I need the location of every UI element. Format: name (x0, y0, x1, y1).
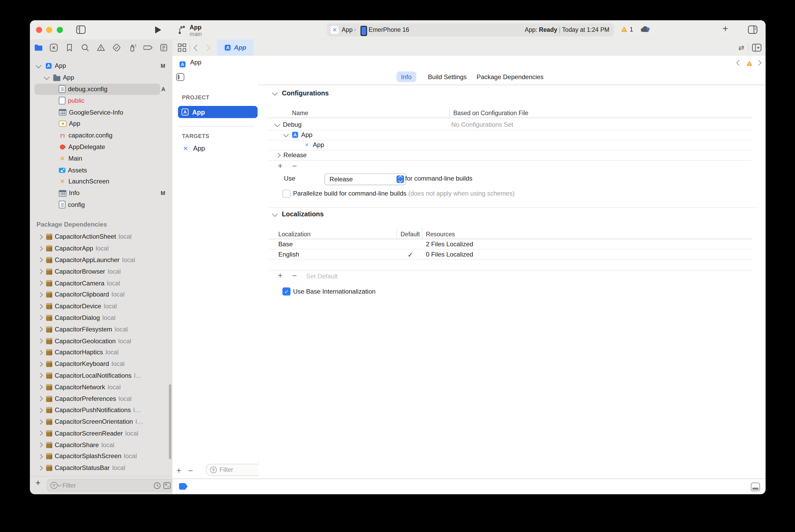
navigator-filter-field[interactable]: Filter (46, 479, 174, 492)
parallelize-checkbox[interactable] (282, 190, 290, 198)
previous-issue-button[interactable] (736, 60, 742, 66)
next-issue-button[interactable] (756, 60, 761, 66)
tab-app[interactable]: App (217, 39, 253, 56)
file-row[interactable]: LaunchScreen (30, 176, 172, 187)
file-row[interactable]: capacitor.config (30, 130, 172, 141)
package-row[interactable]: CapacitorAppLauncher local (30, 254, 172, 266)
add-editor-icon[interactable] (752, 44, 762, 52)
file-row[interactable]: App (30, 72, 172, 83)
tab-build-settings[interactable]: Build Settings (423, 72, 471, 82)
source-control-navigator-icon[interactable] (49, 43, 58, 52)
debug-navigator-icon[interactable] (128, 43, 137, 52)
find-navigator-icon[interactable] (81, 43, 90, 52)
project-filter-field[interactable]: Filter (206, 464, 263, 476)
package-row[interactable]: CapacitorDevice local (30, 300, 172, 312)
disclosure-icon[interactable] (38, 350, 43, 355)
warning-count[interactable]: 1 (630, 26, 633, 33)
recent-filter-icon[interactable] (153, 482, 160, 489)
package-row[interactable]: CapacitorCamera local (30, 277, 172, 289)
go-back-button[interactable] (194, 45, 200, 51)
disclosure-icon[interactable] (283, 131, 289, 137)
scheme-selector[interactable]: App (342, 26, 353, 33)
disclosure-icon[interactable] (38, 419, 43, 424)
package-row[interactable]: CapacitorPushNotifications l… (30, 404, 172, 416)
remove-configuration-button[interactable]: − (292, 162, 297, 171)
breakpoints-toggle-icon[interactable] (179, 483, 188, 490)
package-row[interactable]: CapacitorStatusBar local (30, 462, 172, 474)
disclosure-icon[interactable] (275, 121, 280, 127)
package-row[interactable]: CapacitorKeyboard local (30, 358, 172, 370)
test-navigator-icon[interactable] (112, 43, 121, 52)
warning-icon[interactable]: ! (621, 25, 627, 34)
add-localization-button[interactable]: + (278, 271, 283, 281)
jumpbar-item[interactable]: App (190, 59, 201, 66)
flagged-filter-icon[interactable] (163, 482, 171, 489)
disclosure-icon[interactable] (38, 396, 43, 401)
package-row[interactable]: CapacitorSplashScreen local (30, 451, 172, 462)
disclosure-icon[interactable] (38, 234, 43, 240)
new-tab-button[interactable]: + (722, 23, 728, 34)
disclosure-icon[interactable] (38, 246, 43, 251)
file-row[interactable]: Assets (30, 164, 172, 176)
package-row[interactable]: CapacitorHaptics local (30, 347, 172, 358)
config-row-debug[interactable]: Debug (275, 119, 302, 130)
close-window-button[interactable] (36, 27, 42, 33)
add-configuration-button[interactable]: + (278, 162, 283, 171)
package-row[interactable]: CapacitorLocalNotifications l… (30, 370, 172, 381)
disclosure-icon[interactable] (38, 258, 43, 263)
set-default-button[interactable]: Set Default (306, 273, 338, 280)
project-row-app[interactable]: App (178, 106, 258, 118)
file-row[interactable]: AppDelegate (30, 141, 172, 153)
file-row[interactable]: GoogleService-Info (30, 107, 172, 118)
disclosure-icon[interactable] (38, 442, 43, 448)
bookmarks-navigator-icon[interactable] (65, 43, 74, 52)
package-row[interactable]: CapacitorBrowser local (30, 266, 172, 277)
package-row[interactable]: CapacitorClipboard local (30, 289, 172, 300)
package-row[interactable]: CapacitorScreenReader local (30, 428, 172, 439)
package-row[interactable]: CapacitorGeolocation local (30, 335, 172, 347)
target-row-app[interactable]: App (182, 145, 205, 152)
use-base-internationalization-checkbox[interactable]: ✓ (282, 287, 290, 296)
disclosure-icon[interactable] (38, 373, 43, 378)
hide-project-list-icon[interactable] (176, 73, 185, 81)
swap-editor-icon[interactable]: ⇄ (738, 44, 744, 52)
zoom-window-button[interactable] (57, 27, 63, 33)
config-row-app-target[interactable]: App (303, 140, 324, 150)
minimize-window-button[interactable] (46, 27, 52, 33)
disclosure-icon[interactable] (38, 431, 43, 436)
package-row[interactable]: CapacitorDialog local (30, 312, 172, 324)
config-row-app-project[interactable]: App (284, 130, 312, 140)
disclosure-icon[interactable] (44, 74, 50, 80)
package-row[interactable]: CapacitorNetwork local (30, 381, 172, 393)
issue-navigator-icon[interactable] (96, 43, 106, 52)
package-row[interactable]: CapacitorScreenOrientation l… (30, 416, 172, 428)
cloud-sync-icon[interactable] (640, 25, 651, 34)
file-row[interactable]: public (30, 95, 172, 107)
file-row[interactable]: debug.xconfig A (30, 83, 172, 95)
file-row[interactable]: App (30, 118, 172, 130)
package-row[interactable]: CapacitorApp local (30, 243, 172, 254)
disclosure-icon[interactable] (38, 269, 43, 274)
package-row[interactable]: CapacitorActionSheet local (30, 231, 172, 243)
project-navigator-icon[interactable] (34, 43, 43, 52)
disclosure-icon[interactable] (36, 62, 41, 68)
toggle-navigator-icon[interactable] (76, 25, 86, 34)
disclosure-icon[interactable] (38, 408, 43, 413)
disclosure-icon[interactable] (276, 153, 281, 158)
breakpoint-navigator-icon[interactable] (144, 43, 153, 52)
tab-info[interactable]: Info (396, 72, 416, 82)
disclosure-icon[interactable] (38, 384, 43, 390)
report-navigator-icon[interactable] (159, 43, 169, 52)
configurations-disclosure[interactable] (272, 90, 278, 96)
add-file-button[interactable]: + (36, 478, 40, 488)
disclosure-icon[interactable] (38, 292, 43, 297)
disclosure-icon[interactable] (38, 454, 43, 459)
disclosure-icon[interactable] (38, 361, 43, 366)
go-forward-button[interactable] (204, 45, 211, 51)
disclosure-icon[interactable] (38, 338, 43, 343)
disclosure-icon[interactable] (38, 327, 43, 332)
package-row[interactable]: CapacitorFilesystem local (30, 324, 172, 335)
tab-package-dependencies[interactable]: Package Dependencies (472, 72, 548, 82)
disclosure-icon[interactable] (38, 466, 43, 471)
add-target-button[interactable]: + (176, 466, 181, 475)
